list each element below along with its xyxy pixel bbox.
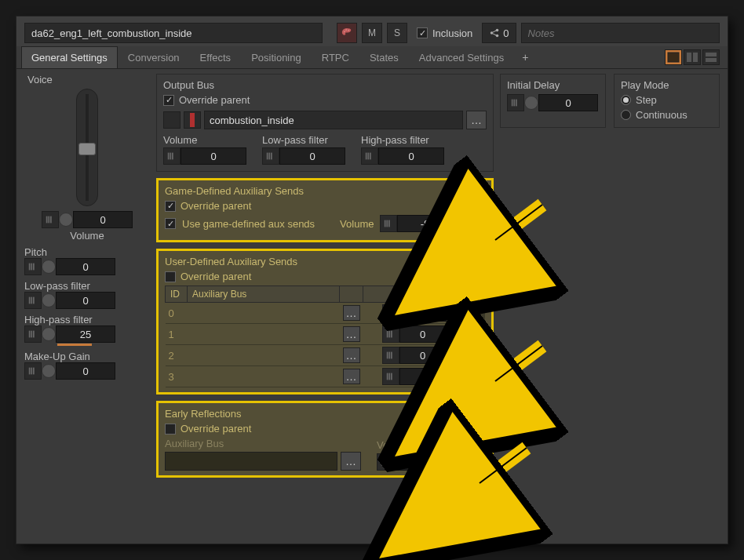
er-volume-input[interactable] [394,453,449,471]
aux-row-bus[interactable] [188,324,340,345]
output-bus-name[interactable]: combustion_inside [204,111,463,129]
tab-advanced-settings[interactable]: Advanced Settings [409,46,514,68]
outbus-volume-drag[interactable] [163,147,181,165]
content-area: Voice Volume Pitch [16,69,728,544]
pitch-input[interactable] [56,258,115,275]
er-override-checkbox[interactable] [165,424,176,435]
er-override-row[interactable]: Override parent [165,423,485,435]
voice-hpf-drag[interactable] [24,325,42,343]
output-bus-label: Output Bus [163,79,487,91]
object-name-input[interactable] [24,23,323,43]
aux-row-browse-button[interactable]: … [343,369,360,384]
view-split-h-button[interactable] [702,49,720,65]
tab-add-button[interactable]: + [514,48,536,67]
aux-row-browse-button[interactable]: … [343,347,360,363]
aux-row-volume-drag[interactable] [382,347,399,364]
output-bus-override-checkbox[interactable] [163,95,174,106]
output-bus-override-row[interactable]: Override parent [163,94,487,106]
view-single-button[interactable] [665,49,682,65]
aux-table-row[interactable]: 2… [166,345,485,366]
initial-delay-input[interactable] [538,94,598,111]
aux-table-row[interactable]: 3…▼ [166,366,485,387]
er-bus-field[interactable] [165,452,337,471]
voice-volume-input[interactable] [73,211,133,228]
voice-volume-fader[interactable] [76,89,98,206]
tab-general-settings[interactable]: General Settings [21,46,118,68]
svg-rect-42 [388,331,390,338]
outbus-lpf-drag[interactable] [262,147,279,165]
solo-button[interactable]: S [387,23,407,43]
outbus-lpf-label: Low-pass filter [262,134,345,146]
er-bus-browse-button[interactable]: … [341,452,361,471]
svg-rect-10 [706,58,717,62]
tab-effects[interactable]: Effects [190,46,242,68]
output-bus-browse-button[interactable]: … [466,111,487,129]
outbus-lpf-input[interactable] [279,147,345,165]
er-volume-drag[interactable] [377,453,394,471]
aux-row-bus[interactable] [188,303,340,324]
voice-lpf-drag[interactable] [24,292,42,309]
play-mode-step-row[interactable]: Step [621,94,713,106]
aux-row-browse-button[interactable]: … [343,326,360,342]
aux-table-row[interactable]: 0… [166,303,485,324]
pitch-drag[interactable] [24,258,42,275]
scroll-down-arrow[interactable]: ▼ [465,366,485,387]
share-count: 0 [503,27,509,39]
aux-row-bus[interactable] [188,366,340,387]
bus-icon [163,111,181,129]
udef-override-row[interactable]: Override parent [165,271,485,282]
aux-row-volume-input[interactable] [399,368,447,385]
outbus-hpf-input[interactable] [378,147,444,165]
aux-row-volume-drag[interactable] [382,325,399,343]
share-indicator[interactable]: 0 [482,23,516,43]
scroll-up-arrow[interactable]: ▲ [465,286,485,303]
aux-row-bus[interactable] [188,345,340,366]
voice-volume-drag[interactable] [42,211,59,228]
gdef-use-checkbox[interactable] [165,218,176,229]
makeup-gain-knob[interactable] [42,364,56,378]
outbus-hpf-drag[interactable] [361,147,378,165]
makeup-gain-input[interactable] [56,362,115,380]
aux-row-volume-drag[interactable] [382,304,399,322]
mute-button[interactable]: M [362,23,382,43]
svg-rect-31 [271,153,272,160]
aux-row-volume-drag[interactable] [382,368,399,385]
inclusion-toggle[interactable]: Inclusion [412,27,477,39]
early-reflections-group: Early Reflections Override parent Auxili… [156,401,494,478]
gdef-override-row[interactable]: Override parent [165,200,485,212]
aux-table-row[interactable]: 1… [166,324,485,345]
tab-states[interactable]: States [359,46,409,68]
udef-override-checkbox[interactable] [165,271,176,282]
tab-conversion[interactable]: Conversion [118,46,190,68]
voice-lpf-input[interactable] [56,292,115,309]
aux-row-volume-input[interactable] [399,325,447,343]
aux-row-browse-button[interactable]: … [343,305,360,321]
play-mode-continuous-row[interactable]: Continuous [621,109,713,121]
aux-row-id: 0 [166,303,188,324]
notes-input[interactable] [521,23,720,43]
inclusion-checkbox[interactable] [417,27,428,38]
voice-hpf-input[interactable] [56,325,115,343]
initial-delay-knob[interactable] [524,96,538,110]
play-mode-continuous-radio[interactable] [621,110,631,120]
makeup-gain-drag[interactable] [24,362,42,380]
gdef-volume-drag[interactable] [380,215,397,232]
tab-rtpc[interactable]: RTPC [312,46,359,68]
view-layout-toggles [662,46,723,68]
view-split-v-button[interactable] [684,49,701,65]
play-mode-step-radio[interactable] [621,95,631,105]
aux-row-volume-input[interactable] [399,347,447,364]
tab-positioning[interactable]: Positioning [241,46,312,68]
svg-rect-15 [31,264,32,271]
aux-row-volume-input[interactable] [399,304,447,322]
gdef-override-checkbox[interactable] [165,201,176,212]
initial-delay-drag[interactable] [507,94,524,111]
outbus-volume-input[interactable] [181,147,246,165]
voice-hpf-knob[interactable] [42,327,56,341]
voice-lpf-knob[interactable] [42,293,56,307]
gdef-volume-input[interactable] [397,215,452,232]
pitch-knob[interactable] [42,260,56,274]
udef-override-label: Override parent [181,271,251,282]
color-picker-button[interactable] [337,23,357,43]
voice-volume-knob[interactable] [59,213,73,227]
